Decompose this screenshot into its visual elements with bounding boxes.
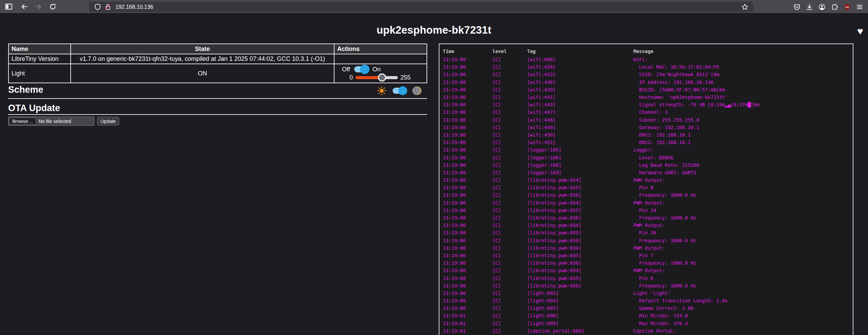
log-row: 13:19:00[C][light:095] Gamma Correct: 2.… — [443, 304, 853, 312]
ota-form: Browse… No file selected. Update — [8, 117, 119, 126]
light-toggle[interactable] — [354, 66, 368, 72]
log-row: 13:19:00[C][wifi:443] Signal strength: -… — [443, 101, 853, 108]
update-button[interactable]: Update — [97, 117, 119, 125]
file-input[interactable]: Browse… No file selected. — [8, 117, 94, 126]
url-bar[interactable]: 192.168.10.136 — [89, 2, 753, 12]
log-time: 13:19:00 — [443, 162, 492, 168]
log-time: 13:19:00 — [443, 57, 492, 62]
log-row: 13:19:00[C][wifi:436] IP Address: 192.16… — [443, 78, 853, 86]
log-message: Log Baud Rate: 115200 — [633, 162, 853, 168]
log-level: [C] — [492, 170, 527, 175]
page-title: upk2esphome-bk7231t — [0, 24, 868, 36]
tracking-shield-icon[interactable] — [92, 2, 103, 13]
log-row: 13:19:01[C][light:098] Min Mireds: 153.8 — [443, 312, 853, 319]
log-tag: [wifi:600] — [527, 57, 633, 62]
log-tag: [light:099] — [527, 321, 633, 326]
log-row: 13:19:00[C][logger:188] Log Baud Rate: 1… — [443, 161, 853, 169]
log-row: 13:19:00[C][wifi:428] Local MAC: 10:5A:1… — [443, 63, 853, 71]
log-message: Default Transition Length: 1.0s — [633, 298, 853, 303]
log-message: IP Address: 192.168.10.136 — [633, 80, 853, 85]
header-actions: Actions — [334, 44, 427, 54]
log-level: [C] — [492, 260, 527, 266]
log-tag: [libretiny.pwm:036] — [527, 260, 633, 266]
log-tag: [wifi:449] — [527, 125, 633, 130]
log-time: 13:19:00 — [443, 276, 492, 281]
log-level: [C] — [492, 245, 527, 251]
log-rows: 13:19:00[C][wifi:600]WiFi:13:19:00[C][wi… — [443, 56, 853, 335]
sidebar-toggle-icon[interactable] — [3, 1, 14, 12]
log-tag: [logger:186] — [527, 155, 633, 160]
log-tag: [light:098] — [527, 313, 633, 318]
log-row: 13:19:00[C][wifi:448] Subnet: 255.255.25… — [443, 116, 853, 124]
log-time: 13:19:00 — [443, 155, 492, 160]
log-level: [C] — [492, 223, 527, 228]
log-row: 13:19:00[C][wifi:449] Gateway: 192.168.1… — [443, 124, 853, 131]
log-level: [C] — [492, 117, 527, 123]
log-row: 13:19:00[C][libretiny.pwm:036] Frequency… — [443, 214, 853, 222]
log-level: [C] — [492, 72, 527, 77]
url-text[interactable]: 192.168.10.136 — [115, 4, 740, 10]
log-level: [C] — [492, 215, 527, 221]
log-time: 13:19:00 — [443, 200, 492, 206]
log-time: 13:19:00 — [443, 268, 492, 273]
log-tag: [wifi:433] — [527, 72, 633, 77]
forward-icon[interactable] — [33, 1, 44, 12]
log-header-level: level — [492, 49, 527, 54]
back-icon[interactable] — [18, 1, 30, 12]
log-time: 13:19:00 — [443, 208, 492, 213]
bookmark-star-icon[interactable] — [740, 2, 750, 13]
log-message: Frequency: 1000.0 Hz — [633, 283, 853, 288]
log-level: [C] — [492, 87, 527, 92]
scheme-divider — [8, 98, 427, 99]
log-row: 13:19:00[C][logger:189] Hardware UART: U… — [443, 169, 853, 176]
log-row: 13:19:00[C][wifi:447] Channel: 1 — [443, 108, 853, 116]
log-level: [C] — [492, 290, 527, 296]
scheme-toggle[interactable] — [393, 88, 406, 94]
log-row: 13:19:00[C][libretiny.pwm:034]PWM Output… — [443, 244, 853, 252]
log-time: 13:19:00 — [443, 192, 492, 198]
log-row: 13:19:00[C][libretiny.pwm:035] Pin 7 — [443, 252, 853, 259]
brightness-slider-thumb[interactable] — [378, 73, 386, 82]
log-message: PWM Output: — [633, 200, 853, 206]
log-message: Gamma Correct: 2.80 — [633, 305, 853, 311]
log-level: [C] — [492, 230, 527, 235]
insecure-lock-icon[interactable] — [103, 2, 113, 13]
account-icon[interactable] — [816, 1, 828, 12]
menu-hamburger-icon[interactable] — [854, 1, 865, 12]
log-tag: [libretiny.pwm:036] — [527, 283, 633, 288]
log-time: 13:19:01 — [443, 313, 492, 318]
browser-toolbar: 192.168.10.136 uO — [0, 0, 868, 14]
log-tag: [libretiny.pwm:035] — [527, 208, 633, 213]
scheme-toggle-knob[interactable] — [398, 86, 407, 95]
log-row: 13:19:00[C][libretiny.pwm:034]PWM Output… — [443, 176, 853, 184]
log-tag: [light:092] — [527, 290, 633, 296]
light-toggle-knob[interactable] — [360, 65, 369, 74]
download-icon[interactable] — [803, 1, 815, 12]
brightness-slider[interactable] — [356, 76, 398, 79]
log-time: 13:19:00 — [443, 290, 492, 296]
log-message: Frequency: 1000.0 Hz — [633, 238, 853, 243]
log-time: 13:19:01 — [443, 321, 492, 326]
log-level: [C] — [492, 177, 527, 183]
reload-icon[interactable] — [47, 1, 58, 12]
log-level: [C] — [492, 185, 527, 190]
log-tag: [wifi:451] — [527, 140, 633, 145]
log-panel[interactable]: Time level Tag Message 13:19:00[C][wifi:… — [439, 43, 853, 335]
log-message: Hardware UART: UART2 — [633, 170, 853, 175]
log-tag: [wifi:443] — [527, 102, 633, 107]
pocket-icon[interactable] — [791, 1, 802, 12]
log-row: 13:19:00[C][wifi:451] DNS2: 192.168.10.1 — [443, 139, 853, 146]
browse-button[interactable]: Browse… — [9, 118, 36, 125]
scheme-heading: Scheme — [8, 85, 43, 95]
log-level: [C] — [492, 253, 527, 258]
log-level: [C] — [492, 283, 527, 288]
light-actions: Off On 0 255 — [334, 64, 427, 83]
log-message: PWM Output: — [633, 245, 853, 251]
log-level: [C] — [492, 155, 527, 160]
log-message: WiFi: — [633, 57, 853, 62]
log-tag: [libretiny.pwm:034] — [527, 200, 633, 206]
extensions-puzzle-icon[interactable] — [829, 1, 840, 12]
log-time: 13:19:00 — [443, 185, 492, 190]
ublock-shield-icon[interactable]: uO — [841, 1, 853, 12]
log-message: PWM Output: — [633, 268, 853, 273]
